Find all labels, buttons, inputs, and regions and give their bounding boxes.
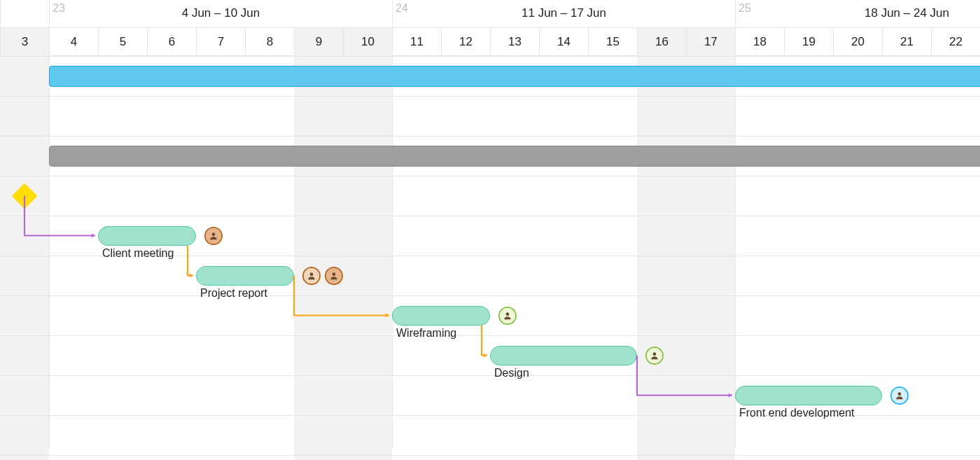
- task-bar-frontend[interactable]: [735, 386, 882, 405]
- day-header-cell[interactable]: 15: [588, 28, 637, 56]
- day-header-cell[interactable]: 18: [735, 28, 784, 56]
- day-header-cell[interactable]: 10: [343, 28, 392, 56]
- day-header-cell[interactable]: 4: [49, 28, 98, 56]
- person-icon: [304, 268, 319, 284]
- week-header-cell: 2518 Jun – 24 Jun: [735, 0, 980, 28]
- day-header-row: 345678910111213141516171819202122: [0, 28, 980, 56]
- person-icon: [206, 228, 221, 244]
- week-range-label: 11 Jun – 17 Jun: [393, 6, 735, 20]
- day-header-cell[interactable]: 3: [0, 28, 49, 56]
- day-header-cell[interactable]: 12: [441, 28, 490, 56]
- week-header-cell: 2411 Jun – 17 Jun: [392, 0, 735, 28]
- assignee-avatar[interactable]: [890, 386, 909, 405]
- task-bar-client-meeting[interactable]: [98, 226, 196, 246]
- gantt-chart[interactable]: 234 Jun – 10 Jun2411 Jun – 17 Jun2518 Ju…: [0, 0, 980, 460]
- svg-point-2: [332, 272, 336, 276]
- day-header-cell[interactable]: 13: [490, 28, 539, 56]
- svg-point-3: [506, 312, 510, 316]
- week-header-row: 234 Jun – 10 Jun2411 Jun – 17 Jun2518 Ju…: [0, 0, 980, 28]
- day-header-cell[interactable]: 16: [637, 28, 686, 56]
- person-icon: [647, 348, 662, 363]
- day-header-cell[interactable]: 17: [686, 28, 735, 56]
- day-header-cell[interactable]: 8: [245, 28, 294, 56]
- svg-point-0: [212, 232, 216, 236]
- assignee-avatar[interactable]: [645, 347, 664, 365]
- day-header-cell[interactable]: 14: [539, 28, 588, 56]
- task-label: Front end development: [739, 407, 855, 419]
- day-header-cell[interactable]: 22: [931, 28, 980, 56]
- svg-point-1: [310, 272, 314, 276]
- svg-point-4: [653, 352, 657, 356]
- assignee-avatar[interactable]: [204, 227, 223, 245]
- day-header-cell[interactable]: 21: [882, 28, 931, 56]
- day-header-cell[interactable]: 7: [196, 28, 245, 56]
- person-icon: [892, 388, 907, 403]
- svg-point-5: [898, 392, 902, 396]
- day-header-cell[interactable]: 6: [147, 28, 196, 56]
- day-header-cell[interactable]: 11: [392, 28, 441, 56]
- assignee-avatar[interactable]: [302, 267, 321, 285]
- timeline-header: 234 Jun – 10 Jun2411 Jun – 17 Jun2518 Ju…: [0, 0, 980, 56]
- task-label: Design: [494, 367, 529, 379]
- day-header-cell[interactable]: 20: [833, 28, 882, 56]
- day-header-cell[interactable]: 5: [98, 28, 147, 56]
- person-icon: [500, 308, 515, 323]
- task-bar-project-report[interactable]: [196, 266, 294, 286]
- milestone-diamond[interactable]: [12, 183, 38, 209]
- task-label: Wireframing: [396, 327, 456, 340]
- assignee-avatar[interactable]: [498, 307, 517, 325]
- week-range-label: 18 Jun – 24 Jun: [736, 6, 980, 20]
- phase-bar[interactable]: [49, 146, 980, 167]
- project-bar[interactable]: [49, 66, 980, 87]
- day-header-cell[interactable]: 9: [294, 28, 343, 56]
- task-bar-wireframing[interactable]: [392, 306, 490, 326]
- week-range-label: 4 Jun – 10 Jun: [50, 6, 392, 20]
- task-label: Client meeting: [102, 247, 174, 260]
- assignee-avatar[interactable]: [325, 267, 343, 285]
- task-bar-design[interactable]: [490, 346, 637, 365]
- task-label: Project report: [200, 287, 267, 300]
- person-icon: [326, 268, 342, 284]
- day-header-cell[interactable]: 19: [784, 28, 833, 56]
- gantt-grid[interactable]: Client meetingProject reportWireframingD…: [0, 56, 980, 460]
- week-header-cell: 234 Jun – 10 Jun: [49, 0, 392, 28]
